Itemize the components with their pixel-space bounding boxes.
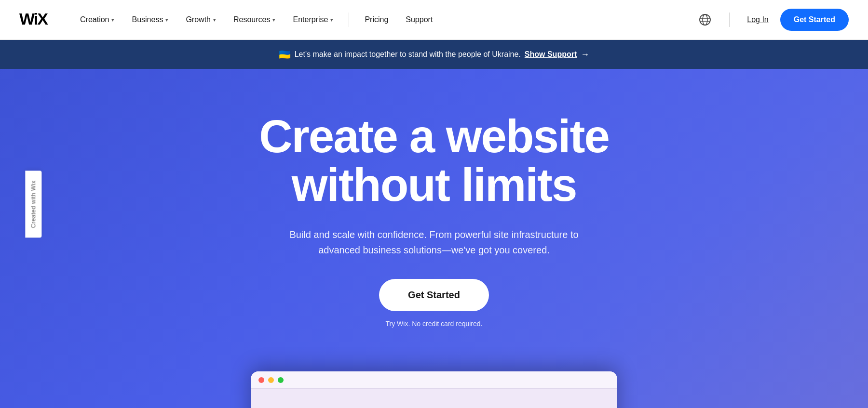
nav-item-business[interactable]: Business ▾	[124, 12, 176, 28]
browser-preview: ciao ABOUT SHOP BLOG 🔍 👤 🛒	[251, 371, 617, 408]
nav-item-resources[interactable]: Resources ▾	[226, 12, 283, 28]
chevron-down-icon: ▾	[330, 17, 333, 23]
nav-label-creation: Creation	[80, 15, 109, 24]
nav-item-growth[interactable]: Growth ▾	[178, 12, 224, 28]
ukraine-flag-icon: 🇺🇦	[279, 49, 291, 60]
globe-icon[interactable]	[696, 11, 714, 28]
nav-items: Creation ▾ Business ▾ Growth ▾ Resources…	[72, 12, 696, 28]
nav-item-creation[interactable]: Creation ▾	[72, 12, 122, 28]
browser-expand-dot	[278, 377, 284, 383]
hero-no-credit-card-text: Try Wix. No credit card required.	[386, 320, 483, 328]
browser-close-dot	[258, 377, 264, 383]
hero-subtitle: Build and scale with confidence. From po…	[280, 227, 588, 258]
chevron-down-icon: ▾	[272, 17, 275, 23]
login-button[interactable]: Log In	[745, 12, 770, 28]
created-with-wix-label: Created with Wix	[25, 171, 41, 237]
hero-get-started-button[interactable]: Get Started	[379, 279, 489, 311]
show-support-link[interactable]: Show Support	[525, 50, 577, 59]
navbar-right: Log In Get Started	[696, 9, 849, 31]
nav-item-support[interactable]: Support	[398, 12, 440, 28]
nav-item-enterprise[interactable]: Enterprise ▾	[285, 12, 341, 28]
nav-label-growth: Growth	[186, 15, 211, 24]
svg-text:WiX: WiX	[19, 10, 48, 27]
svg-point-2	[703, 14, 707, 25]
chevron-down-icon: ▾	[111, 17, 114, 23]
nav-label-enterprise: Enterprise	[293, 15, 328, 24]
nav-label-pricing: Pricing	[365, 15, 388, 24]
hero-title-line2: without limits	[292, 159, 577, 211]
navbar: WiX Creation ▾ Business ▾ Growth ▾ Resou…	[0, 0, 868, 40]
chevron-down-icon: ▾	[165, 17, 168, 23]
nav-label-support: Support	[406, 15, 433, 24]
hero-section: Create a website without limits Build an…	[0, 69, 868, 408]
hero-title-line1: Create a website	[259, 110, 609, 162]
hero-title: Create a website without limits	[259, 112, 609, 210]
nav-label-resources: Resources	[233, 15, 270, 24]
nav-item-pricing[interactable]: Pricing	[357, 12, 396, 28]
browser-toolbar	[251, 371, 617, 389]
get-started-nav-button[interactable]: Get Started	[780, 9, 849, 31]
chevron-down-icon: ▾	[213, 17, 216, 23]
banner-text: Let's make an impact together to stand w…	[295, 50, 521, 59]
ukraine-banner: 🇺🇦 Let's make an impact together to stan…	[0, 40, 868, 69]
nav-divider	[349, 13, 349, 27]
nav-label-business: Business	[132, 15, 163, 24]
browser-content: ciao ABOUT SHOP BLOG 🔍 👤 🛒	[251, 389, 617, 408]
nav-divider-right	[729, 13, 730, 27]
wix-logo[interactable]: WiX	[19, 10, 49, 29]
browser-minimize-dot	[268, 377, 274, 383]
svg-point-1	[700, 14, 710, 25]
arrow-right-icon: →	[581, 50, 589, 60]
